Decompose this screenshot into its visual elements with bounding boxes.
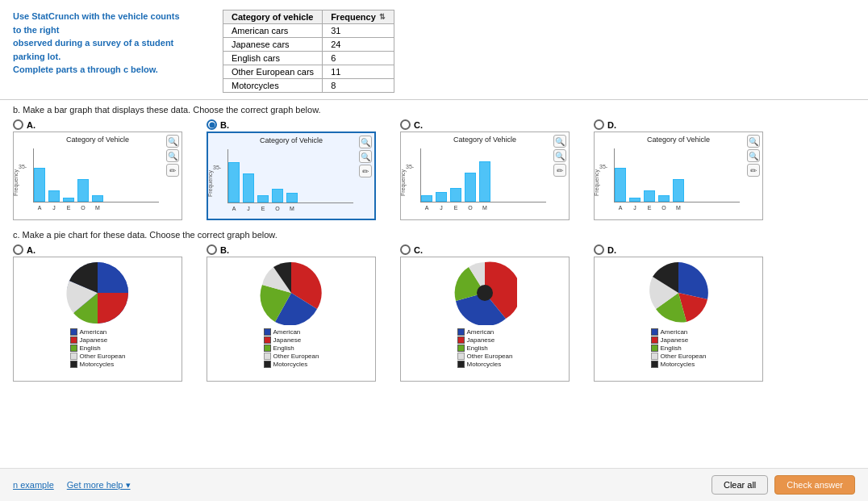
pie-c-inner (477, 285, 493, 301)
radio-d-pie[interactable] (594, 244, 604, 255)
bar-option-b: B. Category of Vehicle 🔍 🔍 ✏ 35- (207, 119, 392, 220)
search-icon-c2[interactable]: 🔍 (553, 149, 566, 162)
xlabel-d-o: O (658, 205, 670, 211)
pie-option-c-header[interactable]: C. (400, 244, 423, 255)
graph-a-title: Category of Vehicle (17, 136, 178, 144)
bar-graph-a[interactable]: Category of Vehicle 🔍 🔍 ✏ 35- (13, 132, 182, 220)
legend-a-american: American (70, 328, 126, 336)
edit-icon-b[interactable]: ✏ (359, 165, 372, 177)
xlabel-c-o: O (465, 205, 476, 211)
bar-chart-a: 35- A J E O M (17, 145, 162, 214)
radio-b-pie[interactable] (207, 244, 217, 255)
search-icon-b1[interactable]: 🔍 (359, 136, 372, 148)
bar-graph-d[interactable]: Category of Vehicle 🔍 🔍 ✏ 35- (594, 132, 763, 220)
pie-option-a: A. American (13, 244, 198, 382)
bar-chart-b: 35- A J E O M (211, 146, 357, 215)
bar-option-d: D. Category of Vehicle 🔍 🔍 ✏ 35- (594, 119, 779, 220)
legend-label-moto-d: Motorcycles (661, 361, 695, 368)
bar-option-b-header[interactable]: B. (207, 119, 229, 130)
legend-color-japanese-c (457, 336, 465, 344)
table-cell-frequency: 24 (323, 38, 394, 52)
graph-b-icons: 🔍 🔍 ✏ (359, 136, 372, 177)
pie-b-legend: American Japanese English Other Eur (264, 328, 319, 369)
legend-label-japanese-a: Japanese (80, 336, 108, 344)
xlabels-d: A J E O M (615, 205, 684, 211)
bar-option-c-header[interactable]: C. (400, 119, 423, 130)
pie-graph-d[interactable]: American Japanese English Other Eur (594, 257, 763, 382)
legend-b-english: English (264, 344, 319, 352)
search-icon-b2[interactable]: 🔍 (359, 150, 372, 163)
xlabel-a-a: A (34, 205, 45, 211)
clear-all-button[interactable]: Clear all (712, 475, 768, 495)
bar-option-c: C. Category of Vehicle 🔍 🔍 ✏ 35- (400, 119, 586, 220)
col-frequency-header[interactable]: Frequency ⇅ (323, 10, 394, 24)
legend-label-other-d: Other European (661, 353, 707, 360)
yaxis-35-a: 35- (19, 164, 27, 169)
bar-graph-c[interactable]: Category of Vehicle 🔍 🔍 ✏ 35- (400, 132, 570, 220)
search-icon-d2[interactable]: 🔍 (747, 149, 760, 162)
legend-label-other-a: Other European (80, 353, 126, 360)
bar-graph-b[interactable]: Category of Vehicle 🔍 🔍 ✏ 35- (207, 132, 376, 220)
statcrunch-link[interactable]: Use StatCrunch with the vehicle counts t… (13, 11, 180, 35)
table-cell-frequency: 8 (323, 79, 394, 93)
legend-label-english-a: English (80, 344, 101, 352)
edit-icon-d[interactable]: ✏ (747, 164, 760, 177)
pie-graph-b[interactable]: American Japanese English Other Eur (207, 257, 376, 382)
edit-icon-a[interactable]: ✏ (166, 164, 179, 177)
legend-color-american-d (651, 328, 658, 336)
xlabel-b-a: A (228, 206, 240, 211)
bar-option-d-header[interactable]: D. (594, 119, 616, 130)
search-icon-a1[interactable]: 🔍 (166, 135, 179, 148)
search-icon-c1[interactable]: 🔍 (553, 135, 566, 148)
radio-b-bar[interactable] (207, 119, 217, 130)
legend-color-other-a (70, 353, 77, 360)
graph-c-title: Category of Vehicle (404, 136, 565, 144)
pie-option-c-label: C. (414, 245, 423, 255)
table-row: Motorcycles 8 (223, 79, 394, 93)
legend-color-japanese-b (264, 336, 271, 344)
radio-c-bar[interactable] (400, 119, 411, 130)
pie-graph-a[interactable]: American Japanese English Other Eur (13, 257, 182, 382)
legend-c-american: American (457, 328, 513, 336)
edit-icon-c[interactable]: ✏ (553, 164, 566, 177)
radio-a-bar[interactable] (13, 119, 23, 130)
radio-a-pie[interactable] (13, 244, 23, 255)
legend-label-japanese-d: Japanese (661, 336, 689, 344)
search-icon-d1[interactable]: 🔍 (747, 135, 760, 148)
pie-graph-c[interactable]: American Japanese English Other Eur (400, 257, 570, 382)
table-row: Other European cars 11 (223, 65, 394, 79)
example-link[interactable]: n example (13, 480, 54, 491)
xaxis-line-b (227, 202, 353, 203)
help-link[interactable]: Get more help ▾ (67, 480, 131, 491)
data-table-wrapper: Category of vehicle Frequency ⇅ American… (223, 10, 394, 93)
radio-c-pie[interactable] (400, 244, 411, 255)
bar-a-moto (92, 195, 103, 202)
xlabel-d-j: J (629, 205, 641, 211)
table-row: Japanese cars 24 (223, 38, 394, 52)
legend-label-moto-a: Motorcycles (80, 361, 115, 368)
freq-label-b: Frequency (207, 169, 213, 196)
bar-d-other (658, 195, 670, 202)
legend-label-american-a: American (80, 328, 107, 336)
legend-d-english: English (651, 344, 707, 352)
legend-c-other: Other European (457, 353, 513, 360)
bar-b-moto (286, 193, 298, 202)
check-answer-button[interactable]: Check answer (774, 475, 855, 495)
pie-option-d-label: D. (607, 245, 616, 255)
pie-option-d-header[interactable]: D. (594, 244, 616, 255)
bar-option-a-header[interactable]: A. (13, 119, 35, 130)
legend-b-other: Other European (264, 353, 319, 360)
pie-option-b-header[interactable]: B. (207, 244, 229, 255)
sort-icon[interactable]: ⇅ (379, 13, 386, 21)
search-icon-a2[interactable]: 🔍 (166, 149, 179, 162)
xlabel-a-j: J (48, 205, 60, 211)
bar-c-american (421, 195, 432, 202)
radio-d-bar[interactable] (594, 119, 604, 130)
bar-b-japanese (243, 173, 254, 202)
instructions: Use StatCrunch with the vehicle counts t… (13, 10, 190, 93)
pie-option-a-header[interactable]: A. (13, 244, 35, 255)
pie-c-legend-items: American Japanese English Other Eur (457, 328, 513, 369)
bar-b-american (228, 162, 240, 202)
yaxis-35-d: 35- (599, 164, 607, 169)
bar-graph-options: A. Category of Vehicle 🔍 🔍 ✏ 35- (0, 118, 868, 225)
